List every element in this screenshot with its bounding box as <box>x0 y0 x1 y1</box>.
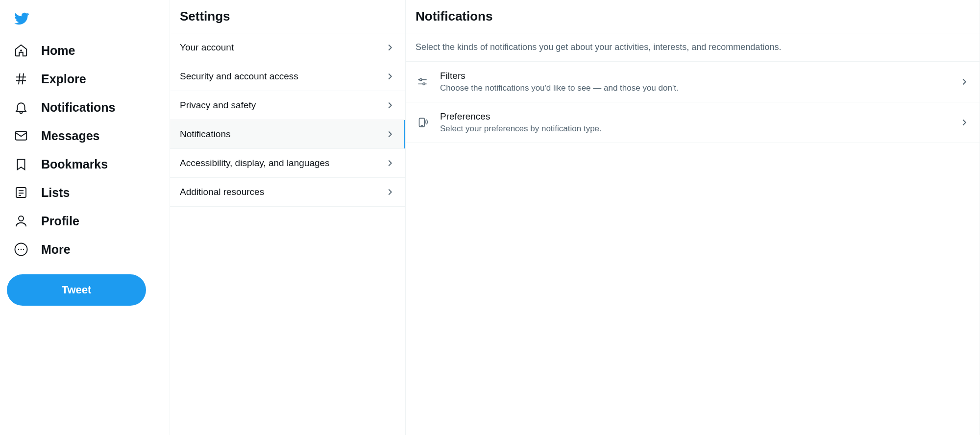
detail-text: Preferences Select your preferences by n… <box>440 111 948 134</box>
svg-point-13 <box>21 249 22 250</box>
svg-point-10 <box>19 216 24 221</box>
chevron-right-icon <box>385 100 395 111</box>
settings-item-additional[interactable]: Additional resources <box>170 178 405 207</box>
settings-item-label: Your account <box>180 42 234 53</box>
nav-label: Notifications <box>41 100 115 115</box>
nav-label: Home <box>41 44 75 58</box>
nav-label: Profile <box>41 214 79 228</box>
twitter-bird-icon <box>14 8 29 29</box>
svg-rect-5 <box>16 131 27 140</box>
settings-item-label: Additional resources <box>180 187 264 197</box>
svg-line-4 <box>23 73 24 85</box>
settings-title: Settings <box>170 0 405 33</box>
nav-explore[interactable]: Explore <box>7 65 163 93</box>
chevron-right-icon <box>385 71 395 82</box>
hash-icon <box>14 72 28 86</box>
detail-item-subtitle: Choose the notifications you'd like to s… <box>440 83 948 93</box>
svg-point-12 <box>18 249 20 250</box>
svg-point-18 <box>423 83 425 85</box>
tweet-button[interactable]: Tweet <box>7 274 146 306</box>
detail-text: Filters Choose the notifications you'd l… <box>440 71 948 93</box>
settings-item-label: Notifications <box>180 129 231 140</box>
nav-label: Explore <box>41 72 86 86</box>
detail-item-filters[interactable]: Filters Choose the notifications you'd l… <box>406 62 980 102</box>
nav-profile[interactable]: Profile <box>7 207 163 235</box>
nav-label: Bookmarks <box>41 157 108 171</box>
nav-messages[interactable]: Messages <box>7 121 163 150</box>
settings-item-notifications[interactable]: Notifications <box>170 120 405 149</box>
settings-item-accessibility[interactable]: Accessibility, display, and languages <box>170 149 405 178</box>
person-icon <box>14 214 28 228</box>
list-icon <box>14 185 28 200</box>
detail-title: Notifications <box>406 0 980 33</box>
settings-item-label: Security and account access <box>180 71 298 82</box>
nav-lists[interactable]: Lists <box>7 178 163 207</box>
twitter-logo[interactable] <box>7 4 36 33</box>
detail-item-title: Filters <box>440 71 948 81</box>
settings-item-label: Accessibility, display, and languages <box>180 158 330 169</box>
nav-more[interactable]: More <box>7 235 163 264</box>
settings-item-account[interactable]: Your account <box>170 33 405 62</box>
detail-column: Notifications Select the kinds of notifi… <box>406 0 980 435</box>
svg-point-16 <box>420 79 422 81</box>
envelope-icon <box>14 128 28 143</box>
chevron-right-icon <box>385 42 395 53</box>
nav-label: More <box>41 242 71 257</box>
nav-label: Messages <box>41 129 100 143</box>
svg-point-14 <box>23 249 24 250</box>
primary-nav: Home Explore Notifications Messages Book… <box>0 0 170 435</box>
bell-icon <box>14 100 28 115</box>
svg-point-0 <box>20 49 22 51</box>
nav-label: Lists <box>41 186 70 200</box>
settings-column: Settings Your account Security and accou… <box>170 0 406 435</box>
nav-home[interactable]: Home <box>7 36 163 65</box>
nav-notifications[interactable]: Notifications <box>7 93 163 121</box>
more-icon <box>14 242 28 257</box>
chevron-right-icon <box>385 158 395 169</box>
settings-item-security[interactable]: Security and account access <box>170 62 405 91</box>
chevron-right-icon <box>959 117 970 128</box>
detail-item-subtitle: Select your preferences by notification … <box>440 124 948 134</box>
filters-icon <box>416 75 429 89</box>
svg-line-3 <box>19 73 20 85</box>
detail-item-title: Preferences <box>440 111 948 122</box>
chevron-right-icon <box>959 76 970 87</box>
detail-description: Select the kinds of notifications you ge… <box>406 33 980 62</box>
settings-item-privacy[interactable]: Privacy and safety <box>170 91 405 120</box>
bookmark-icon <box>14 157 28 171</box>
detail-item-preferences[interactable]: Preferences Select your preferences by n… <box>406 102 980 143</box>
nav-bookmarks[interactable]: Bookmarks <box>7 150 163 178</box>
home-icon <box>14 43 28 58</box>
chevron-right-icon <box>385 187 395 197</box>
chevron-right-icon <box>385 129 395 140</box>
settings-item-label: Privacy and safety <box>180 100 256 111</box>
device-icon <box>416 116 429 129</box>
